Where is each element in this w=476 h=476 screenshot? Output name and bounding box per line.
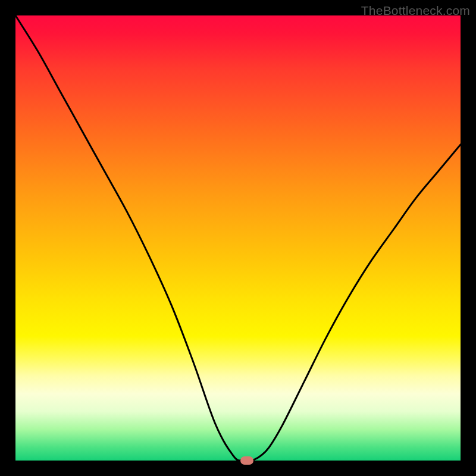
watermark-text: TheBottleneck.com	[361, 4, 470, 18]
bottleneck-curve	[15, 15, 461, 461]
chart-frame: TheBottleneck.com	[0, 0, 476, 476]
optimum-marker	[240, 456, 253, 465]
chart-plot-area	[15, 15, 461, 461]
